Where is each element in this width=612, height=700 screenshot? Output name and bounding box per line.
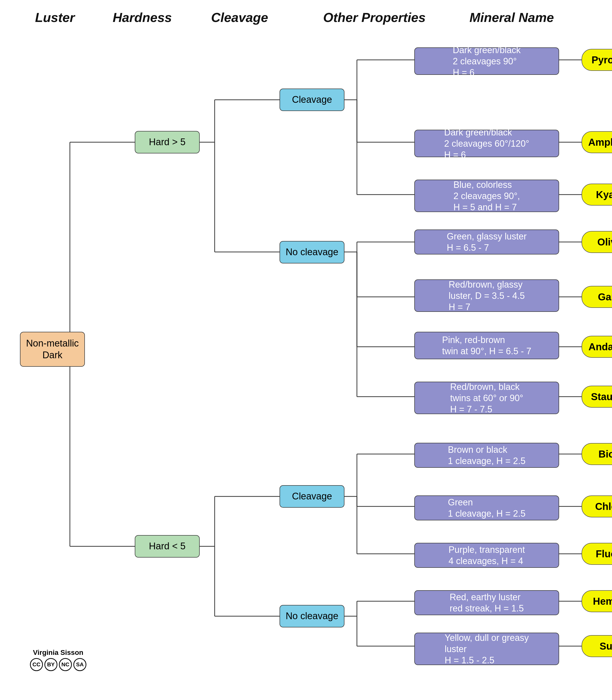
other-sulfur: Yellow, dull or greasy luster H = 1.5 - … [414, 633, 559, 665]
other-hematite: Red, earthy luster red streak, H = 1.5 [414, 590, 559, 615]
copyright-section: Virginia Sisson CC BY NC SA [30, 648, 86, 671]
nc-icon: NC [59, 658, 72, 671]
luster-box: Non-metallic Dark [20, 332, 85, 367]
sa-icon: SA [73, 658, 86, 671]
other-staurolite: Red/brown, black twins at 60° or 90° H =… [414, 382, 559, 414]
by-icon: BY [44, 658, 57, 671]
mineral-olivine: Olivine [582, 231, 612, 253]
diagram: Non-metallic Dark Hard > 5 Hard < 5 Clea… [15, 32, 599, 681]
hardness-gt5-box: Hard > 5 [135, 131, 200, 154]
mineral-biotite: Biotite [582, 443, 612, 465]
other-kyanite: Blue, colorless 2 cleavages 90°, H = 5 a… [414, 180, 559, 212]
header-hardness: Hardness [95, 10, 190, 25]
hardness-lt5-box: Hard < 5 [135, 535, 200, 558]
no-cleavage-soft-box: No cleavage [280, 605, 345, 627]
cc-icon: CC [30, 658, 43, 671]
mineral-andalusite: Andalusite [582, 336, 612, 358]
other-andalusite: Pink, red-brown twin at 90°, H = 6.5 - 7 [414, 332, 559, 359]
no-cleavage-hard-box: No cleavage [280, 241, 345, 263]
copyright-author: Virginia Sisson [33, 648, 83, 657]
other-chlorite: Green 1 cleavage, H = 2.5 [414, 496, 559, 520]
header-other: Other Properties [290, 10, 459, 25]
mineral-chlorite: Chlorite [582, 496, 612, 517]
mineral-hematite: Hematite [582, 590, 612, 612]
mineral-garnet: Garnet [582, 286, 612, 308]
other-olivine: Green, glassy luster H = 6.5 - 7 [414, 229, 559, 255]
mineral-sulfur: Sulfur [582, 635, 612, 657]
other-biotite: Brown or black 1 cleavage, H = 2.5 [414, 443, 559, 468]
mineral-kyanite: Kyanite [582, 184, 612, 205]
header-luster: Luster [15, 10, 95, 25]
mineral-pyroxene: Pyroxene [582, 49, 612, 71]
header-mineral: Mineral Name [459, 10, 564, 25]
other-pyroxene: Dark green/black 2 cleavages 90° H = 6 [414, 47, 559, 75]
page-container: Luster Hardness Cleavage Other Propertie… [0, 0, 612, 700]
cleavage-hard-box: Cleavage [280, 88, 345, 111]
other-amphibole: Dark green/black 2 cleavages 60°/120° H … [414, 130, 559, 157]
mineral-fluorite: Fluorite [582, 543, 612, 565]
mineral-staurolite: Staurolite [582, 386, 612, 408]
header-row: Luster Hardness Cleavage Other Propertie… [15, 10, 597, 25]
header-cleavage: Cleavage [190, 10, 290, 25]
mineral-amphibole: Amphibole [582, 131, 612, 153]
other-garnet: Red/brown, glassy luster, D = 3.5 - 4.5 … [414, 280, 559, 312]
cleavage-soft-box: Cleavage [280, 485, 345, 508]
cc-icons: CC BY NC SA [30, 658, 86, 671]
other-fluorite: Purple, transparent 4 cleavages, H = 4 [414, 543, 559, 568]
